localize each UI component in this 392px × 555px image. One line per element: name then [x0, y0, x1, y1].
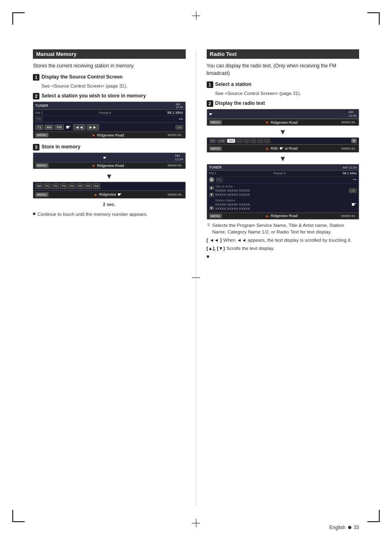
screen2-clock: AM12:34 — [175, 154, 183, 161]
arrow-down-3: ▼ — [207, 155, 360, 163]
screen1-freq: 98.1 MHz — [167, 111, 183, 115]
screen1-mockup: TUNER AM12:34 FM 1 Preset 6 98.1 MHz PS … — [33, 102, 186, 139]
note2: [ ◄◄ ] When ◄◄ appears, the text display… — [207, 237, 360, 243]
step3-label: Store in memory — [42, 143, 81, 150]
preset-p4: P4 — [68, 183, 76, 189]
right-step1-sub: See <Source Control Screen> (page 31). — [215, 90, 360, 97]
tab-dash1: — — [236, 139, 242, 143]
note3: [▲], [▼] Scrolls the text display. — [207, 245, 360, 252]
preset-p6: P6 — [85, 183, 92, 189]
preset-star: 5★ — [93, 183, 100, 189]
tab-dash3: — — [250, 139, 256, 143]
screen1-freq-right: 99999.99.. — [168, 133, 183, 137]
corner-mark-tr — [367, 12, 380, 25]
screen1-fm: FM 1 — [35, 111, 43, 115]
info-bottombar: MENU ► Ridgeview Road 99999.99.. — [207, 213, 359, 219]
screen2-menu: MENU — [35, 163, 48, 168]
corner-mark-bl — [12, 510, 25, 522]
down-arrow-btn-1: ▼ — [209, 193, 214, 197]
down-arrow-btn-2: ▼ — [209, 206, 214, 210]
rt-freq1: 99999.99.. — [341, 120, 357, 124]
screen1-preset: Preset 6 — [99, 111, 111, 115]
bullet-dot — [33, 213, 35, 215]
ctrl-am: AM — [44, 125, 53, 130]
tab-lob: LOB — [217, 139, 226, 143]
arrow-down-1: ▼ — [33, 172, 186, 181]
info-list-btn: List — [349, 188, 357, 193]
right-step2: 2 Display the radio text — [207, 100, 360, 107]
ctrl-t1: T1 — [35, 125, 43, 130]
rt-finger1: ☛ — [209, 112, 213, 116]
tab-3of3: 3/3 — [209, 139, 217, 143]
step1-label: Display the Source Control Screen — [42, 74, 122, 81]
tab-txt: TXT — [227, 139, 235, 143]
screen1-menu: MENU — [35, 133, 48, 137]
corner-mark-br — [367, 510, 380, 522]
rt-clock1: AM12:34 — [348, 110, 357, 118]
left-description: Stores the current receiving station in … — [33, 62, 186, 69]
info-dots: ••• — [353, 178, 357, 182]
rt-station2: ► Ridc ☛ w Road — [265, 146, 297, 151]
step1-num: 1 — [33, 74, 39, 81]
tab-dash2: — — [243, 139, 249, 143]
content-area: Manual Memory Stores the current receivi… — [33, 49, 359, 506]
info-line4: XXXXX XXXXX XXXXX — [215, 207, 348, 211]
arrow-down-2: ▼ — [207, 128, 360, 136]
up-arrow-btn: ▲ — [209, 186, 214, 190]
preset-row: 2M P1 P2 P3 P4 P5 P6 5★ — [33, 182, 185, 190]
preset-2m: 2M — [35, 183, 43, 189]
note1-text: Selects the Program Service Name, Title … — [212, 222, 360, 235]
ctrl-fm: FM — [55, 125, 64, 130]
screen2-freq: 99999.99.. — [168, 164, 183, 167]
ctrl-prev: ◄◄ — [73, 124, 85, 130]
note3-key: [▲], [▼] — [207, 245, 225, 252]
column-divider — [196, 49, 196, 506]
rt-menu1: MENU — [209, 120, 222, 125]
left-step1: 1 Display the Source Control Screen — [33, 74, 186, 81]
right-section-header: Radio Text — [207, 49, 360, 59]
tab-dash4: — — [257, 139, 263, 143]
note2-key: [ ◄◄ ] — [207, 237, 222, 243]
info-circle-num: 1 — [209, 177, 214, 182]
info-station: ► Ridgeview Road — [265, 214, 297, 218]
page-number: 33 — [354, 525, 359, 530]
screen1-ps: PS — [35, 117, 42, 121]
screen1-tuner: TUNER — [35, 104, 48, 108]
screen1-list: List — [175, 125, 183, 130]
note3-text: Scrolls the text display. — [226, 245, 274, 252]
arrow-right-icon3: ► — [94, 192, 98, 197]
info-clock: AM 12:34 — [343, 166, 357, 169]
page-footer: English 33 — [329, 525, 359, 530]
info-right-side: List ☛ — [349, 185, 357, 211]
screen2-bottombar-bottom: MENU ► Ridgeview ☛ 99999.99.. — [33, 190, 185, 198]
rt-menu2: MENU — [209, 146, 222, 151]
screen1-clock: AM12:34 — [176, 103, 183, 109]
left-step3: 3 Store in memory — [33, 143, 186, 150]
ctrl-next: ►► — [87, 124, 99, 130]
language-label: English — [329, 525, 345, 530]
right-step1: 1 Select a station — [207, 81, 360, 88]
preset-p2: P2 — [52, 183, 59, 189]
screen1-dots: ••• — [179, 117, 183, 121]
rt-screen1: ☛ AM12:34 MENU ► Ridgeview Road 99999.99… — [207, 109, 360, 126]
left-column: Manual Memory Stores the current receivi… — [33, 49, 186, 506]
info-text-block: Title & Artist: XXXXX XXXXX XXXXX XXXXX … — [215, 185, 348, 211]
screen1-station: ► Ridgeview Road — [92, 133, 124, 137]
rt-tabs-row: 3/3 LOB TXT — — — — — ✕ — [207, 138, 359, 144]
left-section-header: Manual Memory — [33, 49, 186, 59]
crosshair-top — [192, 12, 200, 20]
right-step1-num: 1 — [207, 81, 213, 88]
screen2-mockup-top: ☛ AM12:34 MENU ► Ridgeview Road 99999.99… — [33, 153, 186, 169]
bullet-note: Continue to touch until the memory numbe… — [33, 211, 186, 217]
right-step2-num: 2 — [207, 100, 213, 107]
note1: ① Selects the Program Service Name, Titl… — [207, 222, 360, 235]
screen1-topbar: TUNER AM12:34 — [33, 102, 185, 110]
info-topbar: TUNER AM 12:34 — [207, 164, 359, 171]
info-tuner-label: TUNER — [209, 165, 222, 169]
notes-section: ① Selects the Program Service Name, Titl… — [207, 222, 360, 258]
screen2-mockup-bottom: 2M P1 P2 P3 P4 P5 P6 5★ MENU ► Ridgeview… — [33, 182, 186, 199]
rt-station1: ► Ridgeview Road — [265, 120, 297, 125]
rt-freq2: 99999.99.. — [341, 147, 357, 150]
screen1-controls: T1 AM FM ☛ ◄◄ ►► List — [33, 122, 185, 132]
info-freq: 98.1 MHz — [343, 171, 357, 175]
